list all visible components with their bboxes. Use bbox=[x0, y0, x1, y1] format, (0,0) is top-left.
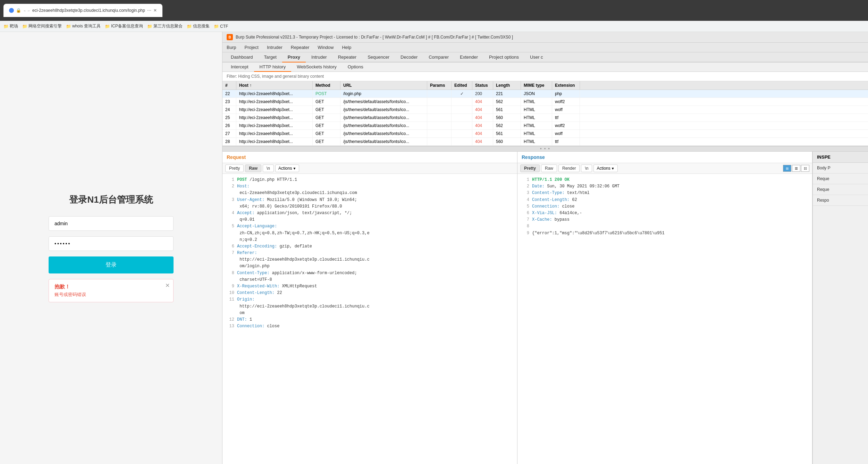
col-header-mime[interactable]: MIME type bbox=[521, 81, 552, 90]
table-row[interactable]: 24 http://eci-2zeaeeh8hdp3xet... GET /js… bbox=[222, 106, 868, 114]
table-row[interactable]: 26 http://eci-2zeaeeh8hdp3xet... GET /js… bbox=[222, 122, 868, 130]
browser-tab[interactable]: 🔒 ←→ eci-2zeaeeh8hdp3xetqte3p.cloudeci1.… bbox=[3, 4, 162, 17]
col-header-length[interactable]: Length bbox=[493, 81, 521, 90]
error-close-button[interactable]: ✕ bbox=[165, 282, 170, 289]
response-content[interactable]: 1HTTP/1.1 200 OK 2Date: Sun, 30 May 2021… bbox=[517, 174, 812, 464]
filter-bar[interactable]: Filter: Hiding CSS, image and general bi… bbox=[222, 72, 868, 81]
tab-extender[interactable]: Extender bbox=[454, 52, 483, 62]
login-title: 登录N1后台管理系统 bbox=[69, 194, 153, 206]
tab-comparer[interactable]: Comparer bbox=[423, 52, 454, 62]
subtab-intercept[interactable]: Intercept bbox=[225, 62, 254, 72]
col-header-params[interactable]: Params bbox=[427, 81, 452, 90]
tab-decoder[interactable]: Decoder bbox=[395, 52, 423, 62]
cell-edited: ✓ bbox=[452, 90, 472, 98]
burp-title: Burp Suite Professional v2021.3 - Tempor… bbox=[236, 35, 513, 40]
view-toggle-horizontal[interactable]: ☰ bbox=[792, 165, 800, 172]
response-pretty-btn[interactable]: Pretty bbox=[520, 164, 540, 172]
menu-burp[interactable]: Burp bbox=[225, 44, 237, 51]
inspector-request-2[interactable]: Reque bbox=[813, 184, 868, 195]
bookmark-third-party[interactable]: 📁 第三方信息聚合 bbox=[147, 23, 183, 29]
burp-titlebar: B Burp Suite Professional v2021.3 - Temp… bbox=[222, 32, 868, 43]
tab-repeater[interactable]: Repeater bbox=[332, 52, 362, 62]
login-form: 登录 bbox=[49, 216, 174, 273]
tab-proxy[interactable]: Proxy bbox=[282, 52, 306, 62]
col-header-edited[interactable]: Edited bbox=[452, 81, 472, 90]
col-header-method[interactable]: Method bbox=[313, 81, 340, 90]
error-title: 抱歉！ bbox=[54, 284, 168, 290]
filter-text: Filter: Hiding CSS, image and general bi… bbox=[227, 74, 324, 79]
bookmark-whois[interactable]: 📁 whois 查询工具 bbox=[66, 23, 101, 29]
tab-intruder[interactable]: Intruder bbox=[306, 52, 332, 62]
cell-url: /login.php bbox=[340, 90, 427, 98]
chevron-down-icon-2: ▼ bbox=[611, 167, 615, 170]
login-panel: 登录N1后台管理系统 登录 抱歉！ 账号或密码错误 ✕ bbox=[0, 32, 222, 464]
subtab-websockets-history[interactable]: WebSockets history bbox=[291, 62, 342, 72]
request-actions-dropdown[interactable]: Actions ▼ bbox=[275, 164, 299, 172]
bookmark-targets[interactable]: 📁 靶场 bbox=[3, 23, 18, 29]
tab-user-config[interactable]: User c bbox=[524, 52, 549, 62]
username-input[interactable] bbox=[49, 216, 174, 231]
bookmark-icp[interactable]: 📁 ICP备案信息查询 bbox=[105, 23, 143, 29]
http-history-table: # Host ↑ Method URL Params Edited Status… bbox=[222, 81, 868, 146]
response-panel-header: Response bbox=[517, 152, 812, 163]
tab-dashboard[interactable]: Dashboard bbox=[225, 52, 259, 62]
view-toggle-group: ⊞ ☰ ☷ bbox=[783, 165, 809, 172]
request-content[interactable]: 1POST /login.php HTTP/1.1 2Host: eci-2ze… bbox=[222, 174, 517, 464]
request-pretty-btn[interactable]: Pretty bbox=[225, 164, 244, 172]
col-header-id[interactable]: # bbox=[222, 81, 236, 90]
password-input[interactable] bbox=[49, 236, 174, 251]
tab-target[interactable]: Target bbox=[259, 52, 282, 62]
login-button[interactable]: 登录 bbox=[49, 256, 174, 273]
bookmark-network[interactable]: 📁 网络空间搜索引擎 bbox=[22, 23, 62, 29]
inspector-header: INSPE bbox=[813, 152, 868, 163]
cell-mime: JSON bbox=[521, 90, 552, 98]
menu-repeater[interactable]: Repeater bbox=[289, 44, 311, 51]
tab-sequencer[interactable]: Sequencer bbox=[362, 52, 395, 62]
panel-divider[interactable]: • • • bbox=[222, 146, 868, 152]
bookmark-folder-icon-5: 📁 bbox=[147, 24, 152, 29]
table-row[interactable]: 27 http://eci-2zeaeeh8hdp3xet... GET /js… bbox=[222, 130, 868, 138]
request-raw-btn[interactable]: Raw bbox=[245, 164, 261, 172]
inspector-response[interactable]: Respo bbox=[813, 195, 868, 206]
cell-host: http://eci-2zeaeeh8hdp3xet... bbox=[236, 90, 313, 98]
table-header: # Host ↑ Method URL Params Edited Status… bbox=[222, 81, 868, 90]
col-header-status[interactable]: Status bbox=[472, 81, 493, 90]
col-header-url[interactable]: URL bbox=[340, 81, 427, 90]
col-header-host[interactable]: Host ↑ bbox=[236, 81, 313, 90]
menu-help[interactable]: Help bbox=[340, 44, 353, 51]
burp-logo-icon: B bbox=[227, 34, 233, 40]
subtab-options[interactable]: Options bbox=[342, 62, 369, 72]
inspector-request-1[interactable]: Reque bbox=[813, 174, 868, 184]
view-toggle-vertical[interactable]: ☷ bbox=[801, 165, 809, 172]
response-raw-btn[interactable]: Raw bbox=[541, 164, 557, 172]
menu-project[interactable]: Project bbox=[243, 44, 260, 51]
cell-id: 22 bbox=[222, 90, 236, 98]
tab-favicon-icon bbox=[9, 8, 14, 13]
tab-extra-icon: ⋯ bbox=[147, 8, 151, 13]
table-row[interactable]: 22 http://eci-2zeaeeh8hdp3xet... POST /l… bbox=[222, 90, 868, 98]
menu-window[interactable]: Window bbox=[316, 44, 335, 51]
error-message: 账号或密码错误 bbox=[54, 292, 168, 298]
bookmark-ctf[interactable]: 📁 CTF bbox=[214, 24, 228, 29]
request-ln-btn[interactable]: \n bbox=[263, 164, 274, 172]
bookmark-folder-icon-3: 📁 bbox=[66, 24, 71, 29]
col-header-ext[interactable]: Extension bbox=[552, 81, 580, 90]
tab-project-options[interactable]: Project options bbox=[483, 52, 524, 62]
response-ln-btn[interactable]: \n bbox=[581, 164, 592, 172]
cell-params bbox=[427, 90, 452, 98]
view-toggle-split[interactable]: ⊞ bbox=[783, 165, 791, 172]
request-panel-header: Request bbox=[222, 152, 517, 163]
bookmark-info[interactable]: 📁 信息搜集 bbox=[187, 23, 210, 29]
table-row[interactable]: 23 http://eci-2zeaeeh8hdp3xet... GET /js… bbox=[222, 98, 868, 106]
menu-intruder[interactable]: Intruder bbox=[266, 44, 284, 51]
response-render-btn[interactable]: Render bbox=[558, 164, 580, 172]
table-row[interactable]: 28 http://eci-2zeaeeh8hdp3xet... GET /js… bbox=[222, 138, 868, 146]
table-row[interactable]: 25 http://eci-2zeaeeh8hdp3xet... GET /js… bbox=[222, 114, 868, 122]
response-actions-dropdown[interactable]: Actions ▼ bbox=[593, 164, 617, 172]
burp-panel: B Burp Suite Professional v2021.3 - Temp… bbox=[222, 32, 868, 464]
bookmark-folder-icon-6: 📁 bbox=[187, 24, 192, 29]
tab-close-icon[interactable]: ✕ bbox=[153, 8, 157, 13]
cell-length: 221 bbox=[493, 90, 521, 98]
inspector-body-params[interactable]: Body P bbox=[813, 163, 868, 174]
subtab-http-history[interactable]: HTTP history bbox=[254, 62, 292, 72]
